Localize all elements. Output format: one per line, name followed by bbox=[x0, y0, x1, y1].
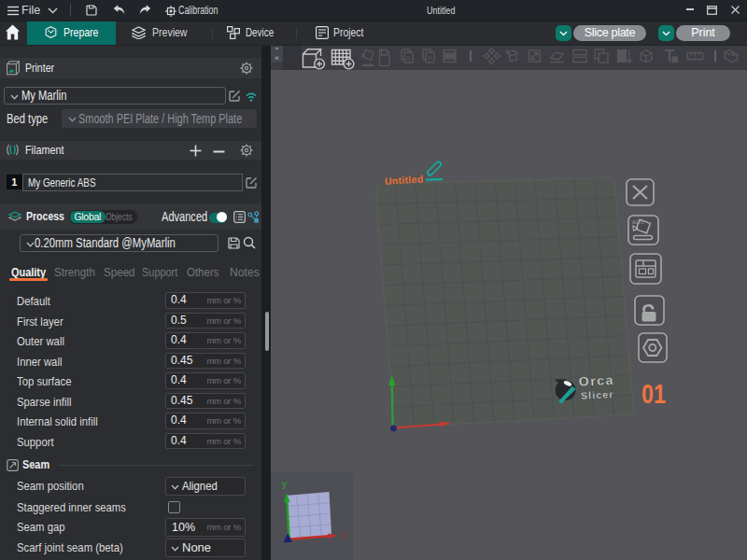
svg-text:AUTO: AUTO bbox=[632, 220, 644, 225]
svg-text:x: x bbox=[341, 529, 346, 540]
svg-text:Orca: Orca bbox=[578, 372, 614, 389]
svg-text:Slicer: Slicer bbox=[581, 388, 614, 401]
svg-text:P: P bbox=[428, 54, 432, 63]
svg-text:y: y bbox=[282, 478, 288, 489]
svg-text:0: 0 bbox=[406, 54, 410, 63]
svg-text:01: 01 bbox=[641, 379, 666, 409]
